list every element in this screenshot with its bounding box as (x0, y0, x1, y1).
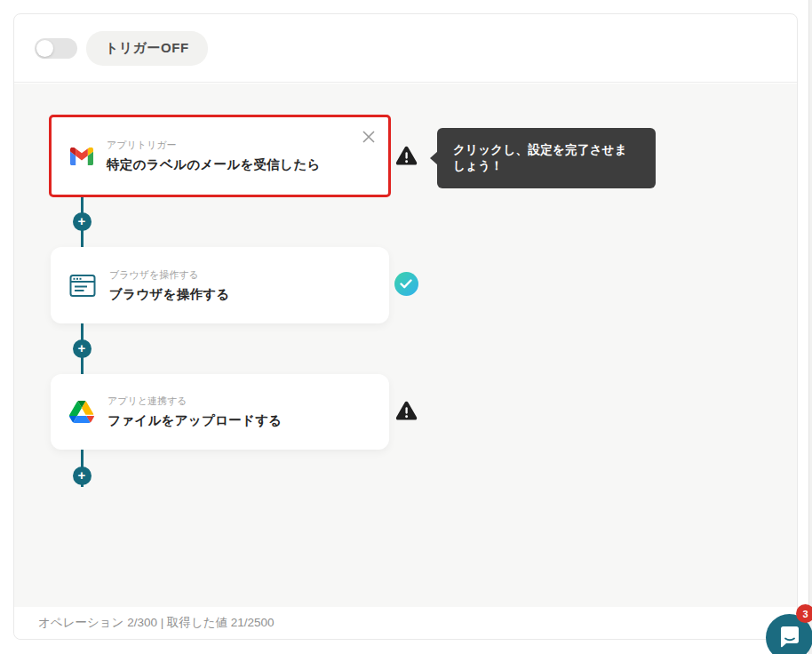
trigger-toggle[interactable] (35, 38, 77, 59)
add-step-button[interactable]: + (73, 339, 92, 358)
trigger-toolbar: トリガーOFF (14, 14, 797, 83)
tooltip-text: クリックし、設定を完了させましょう！ (453, 142, 640, 174)
usage-status-text: オペレーション 2/300 | 取得した値 21/2500 (38, 615, 275, 631)
gmail-icon (70, 148, 93, 165)
workflow-node-browser[interactable]: ブラウザを操作する ブラウザを操作する (51, 247, 389, 323)
add-step-button[interactable]: + (73, 212, 92, 231)
node-category-label: アプリトリガー (107, 139, 321, 152)
trigger-status-label: トリガーOFF (86, 31, 208, 66)
node-category-label: アプリと連携する (107, 395, 282, 408)
tooltip-arrow (430, 151, 438, 165)
workflow-node-drive[interactable]: アプリと連携する ファイルをアップロードする (51, 374, 389, 450)
success-check-icon (394, 272, 418, 296)
chat-bubble-icon (777, 626, 802, 650)
node-text-block: ブラウザを操作する ブラウザを操作する (109, 268, 230, 303)
node-title-label: ファイルをアップロードする (107, 412, 282, 429)
node-title-label: ブラウザを操作する (109, 286, 230, 303)
warning-icon[interactable] (395, 401, 418, 425)
node-text-block: アプリと連携する ファイルをアップロードする (107, 395, 282, 429)
right-edge-panel (808, 0, 812, 654)
workflow-canvas: アプリトリガー 特定のラベルのメールを受信したら + + + クリックし、設 (14, 84, 797, 608)
google-drive-icon (69, 401, 94, 423)
close-icon[interactable] (362, 130, 376, 144)
chat-notification-badge[interactable]: 3 (796, 604, 812, 623)
node-title-label: 特定のラベルのメールを受信したら (107, 156, 321, 173)
warning-icon[interactable] (395, 146, 418, 170)
add-step-button[interactable]: + (73, 467, 92, 485)
workflow-editor-panel: トリガーOFF アプリトリガー 特定のラベルのメールを受信したら (13, 13, 798, 640)
setup-tooltip: クリックし、設定を完了させましょう！ (437, 128, 656, 188)
node-category-label: ブラウザを操作する (109, 268, 230, 282)
node-text-block: アプリトリガー 特定のラベルのメールを受信したら (107, 139, 321, 173)
usage-status-bar: オペレーション 2/300 | 取得した値 21/2500 (14, 607, 797, 639)
trigger-toggle-knob (36, 40, 53, 57)
workflow-node-gmail-trigger[interactable]: アプリトリガー 特定のラベルのメールを受信したら (49, 115, 391, 197)
browser-icon (69, 274, 96, 298)
